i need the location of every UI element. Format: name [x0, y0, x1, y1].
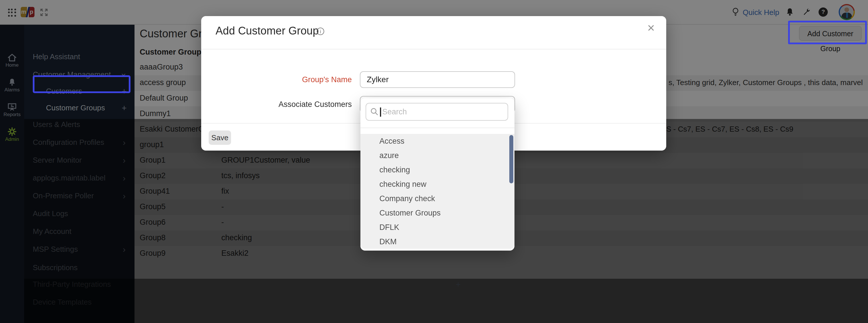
associate-customers-label: Associate Customers — [218, 100, 352, 109]
dropdown-divider — [361, 128, 515, 128]
annotation-box-customer-groups — [33, 75, 130, 93]
associate-customers-dropdown: Search Access azure checking checking ne… — [361, 98, 515, 251]
scrollbar-thumb[interactable] — [509, 135, 513, 183]
list-item[interactable]: Company check — [379, 191, 435, 206]
dialog-header-divider — [201, 49, 666, 50]
text-cursor — [380, 107, 381, 117]
close-icon[interactable]: × — [647, 22, 655, 34]
list-item[interactable]: checking new — [379, 177, 427, 191]
list-item[interactable]: Customer Groups — [379, 206, 441, 220]
dropdown-search-input[interactable]: Search — [366, 103, 508, 121]
list-item[interactable]: DFLK — [379, 220, 399, 234]
search-placeholder: Search — [382, 107, 407, 116]
screen: Customer Groups Add Customer Group Custo… — [0, 0, 868, 323]
list-item[interactable]: Access — [379, 134, 404, 148]
info-icon[interactable]: i — [317, 28, 324, 35]
search-icon — [370, 107, 379, 116]
customer-options-list: Access azure checking checking new Compa… — [361, 134, 515, 249]
group-name-label: Group's Name — [218, 75, 352, 84]
list-item[interactable]: azure — [379, 148, 399, 163]
save-button[interactable]: Save — [209, 130, 231, 145]
group-name-input[interactable]: Zylker — [360, 71, 515, 88]
annotation-box-add-customer-group — [788, 21, 867, 44]
list-item[interactable]: DKM — [379, 234, 397, 249]
dialog-title: Add Customer Group — [216, 25, 319, 37]
list-item[interactable]: checking — [379, 163, 410, 177]
